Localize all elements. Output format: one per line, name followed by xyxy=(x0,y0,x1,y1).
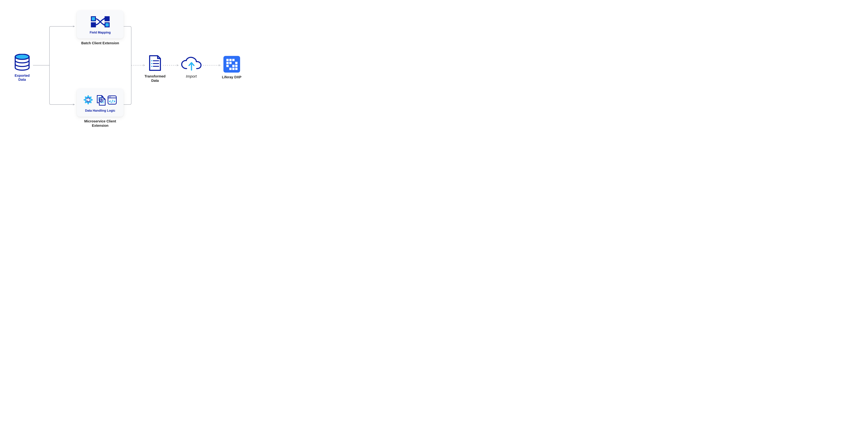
svg-rect-8 xyxy=(91,23,95,27)
svg-point-28 xyxy=(109,96,110,97)
batch-extension-node: Field Mapping Batch Client Extension xyxy=(77,10,124,45)
svg-rect-49 xyxy=(232,68,235,70)
field-mapping-icon xyxy=(90,15,110,28)
exported-data-node: Exported Data xyxy=(10,54,34,82)
svg-rect-48 xyxy=(229,68,231,70)
database-icon xyxy=(14,54,30,71)
transformed-data-label: Transformed Data xyxy=(145,74,165,83)
svg-rect-31 xyxy=(151,60,152,61)
diagram-canvas: Exported Data Field Mapping Ba xyxy=(0,0,270,132)
liferay-label: Liferay DXP xyxy=(222,75,241,79)
import-node: Import xyxy=(179,56,204,79)
svg-rect-44 xyxy=(235,62,238,64)
svg-rect-46 xyxy=(232,65,235,67)
field-mapping-label: Field Mapping xyxy=(90,31,111,34)
document-icon xyxy=(148,55,162,72)
liferay-icon xyxy=(223,56,240,72)
data-handling-label: Data Handling Logic xyxy=(85,109,115,113)
field-mapping-card: Field Mapping xyxy=(77,10,124,38)
svg-rect-6 xyxy=(91,17,95,21)
svg-rect-42 xyxy=(226,62,229,64)
import-label: Import xyxy=(186,74,197,79)
transformed-data-node: Transformed Data xyxy=(146,55,164,83)
svg-rect-32 xyxy=(151,63,152,64)
svg-rect-50 xyxy=(235,68,238,70)
svg-rect-7 xyxy=(105,17,109,21)
svg-rect-43 xyxy=(229,62,231,64)
data-handling-card: Data Handling Logic xyxy=(77,89,124,117)
cloud-upload-icon xyxy=(180,56,203,72)
svg-rect-9 xyxy=(105,23,109,27)
liferay-node: Liferay DXP xyxy=(221,56,243,79)
svg-rect-40 xyxy=(229,59,231,61)
exported-data-label: Exported Data xyxy=(10,73,34,82)
svg-line-17 xyxy=(85,102,86,103)
svg-rect-45 xyxy=(226,65,229,67)
svg-rect-41 xyxy=(232,59,235,61)
svg-line-16 xyxy=(90,97,91,98)
microservice-extension-title: Microservice Client Extension xyxy=(77,119,124,128)
svg-line-15 xyxy=(85,97,86,98)
svg-line-18 xyxy=(90,102,91,103)
data-handling-icon xyxy=(83,93,117,107)
svg-point-29 xyxy=(110,96,111,97)
svg-rect-39 xyxy=(226,59,229,61)
svg-rect-38 xyxy=(223,56,240,72)
svg-rect-33 xyxy=(151,66,152,67)
batch-extension-title: Batch Client Extension xyxy=(81,41,119,45)
svg-rect-47 xyxy=(235,65,238,67)
svg-point-5 xyxy=(15,54,29,59)
microservice-extension-node: Data Handling Logic Microservice Client … xyxy=(77,89,124,128)
